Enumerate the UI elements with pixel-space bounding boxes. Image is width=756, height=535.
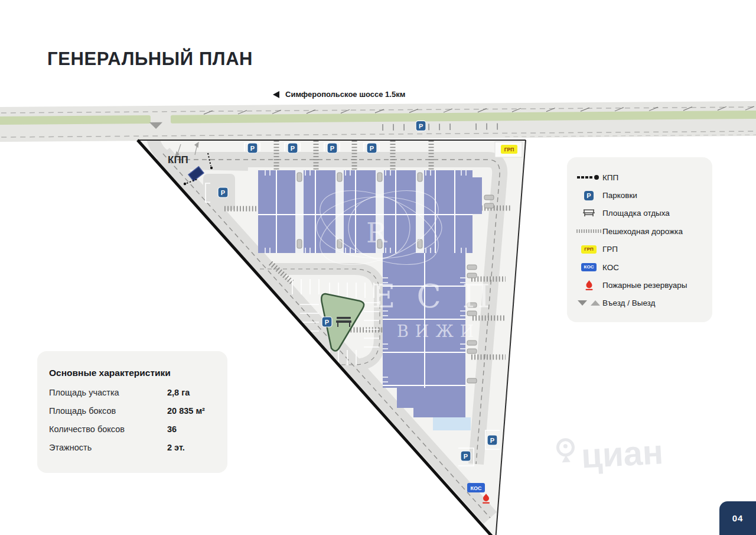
characteristic-value: 2,8 га <box>167 387 190 398</box>
legend-label: Пешеходная дорожка <box>602 227 683 236</box>
cian-watermark: циан <box>558 432 664 476</box>
kos-icon: КОС <box>575 263 602 271</box>
legend-label: Площадка отдыха <box>602 209 670 218</box>
parking-badge <box>461 451 471 461</box>
pool-area <box>433 417 471 430</box>
legend-label: Въезд / Выезд <box>602 299 655 307</box>
legend-item-fire: Пожарные резервуары <box>567 276 712 294</box>
characteristic-value: 2 эт. <box>167 442 185 453</box>
watermark-line2: ВИЖИ <box>397 322 480 341</box>
characteristic-label: Количество боксов <box>49 424 167 435</box>
characteristics-panel: Основные характеристики Площадь участка … <box>37 351 227 473</box>
svg-text:КОС: КОС <box>471 485 482 491</box>
legend-item-kos: КОС КОС <box>567 258 712 276</box>
footpath-icon <box>575 229 602 234</box>
legend-item-footpath: Пешеходная дорожка <box>567 222 712 240</box>
highway <box>0 101 756 142</box>
characteristic-row: Площадь боксов 20 835 м² <box>49 406 216 416</box>
page-number-badge: 04 <box>719 501 756 535</box>
kpp-label: КПП <box>168 154 188 166</box>
parking-badge <box>487 435 497 445</box>
parking-badge <box>288 143 298 153</box>
watermark-line1: ЕСПЕ <box>372 278 556 315</box>
exit-triangle-icon <box>591 300 600 306</box>
fire-icon <box>575 280 602 290</box>
legend-item-parking: P Парковки <box>567 186 712 204</box>
grp-icon: ГРП <box>575 245 602 254</box>
parking-badge <box>322 317 332 327</box>
legend-panel: КПП P Парковки Площадка отдыха Пешеходна… <box>567 157 712 322</box>
legend-item-grp: ГРП ГРП <box>567 241 712 258</box>
grp-badge: ГРП <box>501 145 517 154</box>
svg-text:ГРП: ГРП <box>504 147 514 153</box>
entry-triangle-icon <box>578 300 587 306</box>
characteristic-row: Этажность 2 эт. <box>49 442 216 453</box>
characteristic-row: Площадь участка 2,8 га <box>49 387 216 398</box>
parking-badge <box>416 121 426 131</box>
page-number: 04 <box>732 513 744 523</box>
characteristic-label: Площадь участка <box>49 387 167 398</box>
legend-label: ГРП <box>602 245 618 254</box>
parking-icon: P <box>575 191 602 200</box>
legend-item-entry-exit: Въезд / Выезд <box>567 294 712 312</box>
characteristic-value: 20 835 м² <box>167 406 205 416</box>
legend-item-kpp: КПП <box>567 168 712 186</box>
entry-exit-icon <box>575 300 602 306</box>
parking-badge <box>247 143 258 153</box>
legend-label: Пожарные резервуары <box>602 281 687 290</box>
legend-label: КПП <box>602 173 618 182</box>
cian-watermark-text: циан <box>581 432 664 475</box>
legend-label: КОС <box>602 263 619 272</box>
bench-icon <box>575 209 602 218</box>
watermark-globe-letter: R <box>366 217 387 249</box>
parking-badge <box>327 143 337 153</box>
characteristic-row: Количество боксов 36 <box>49 424 216 435</box>
kpp-barrier-icon <box>575 174 602 180</box>
legend-item-rest-area: Площадка отдыха <box>567 205 712 222</box>
characteristic-label: Площадь боксов <box>49 406 167 416</box>
kos-badge: КОС <box>467 483 485 492</box>
legend-label: Парковки <box>602 191 637 200</box>
parking-badge <box>218 187 228 197</box>
characteristic-label: Этажность <box>49 442 167 453</box>
characteristic-value: 36 <box>167 424 177 435</box>
median-green-strip <box>0 115 151 125</box>
parking-badge <box>367 143 377 153</box>
characteristics-title: Основные характеристики <box>49 368 216 378</box>
